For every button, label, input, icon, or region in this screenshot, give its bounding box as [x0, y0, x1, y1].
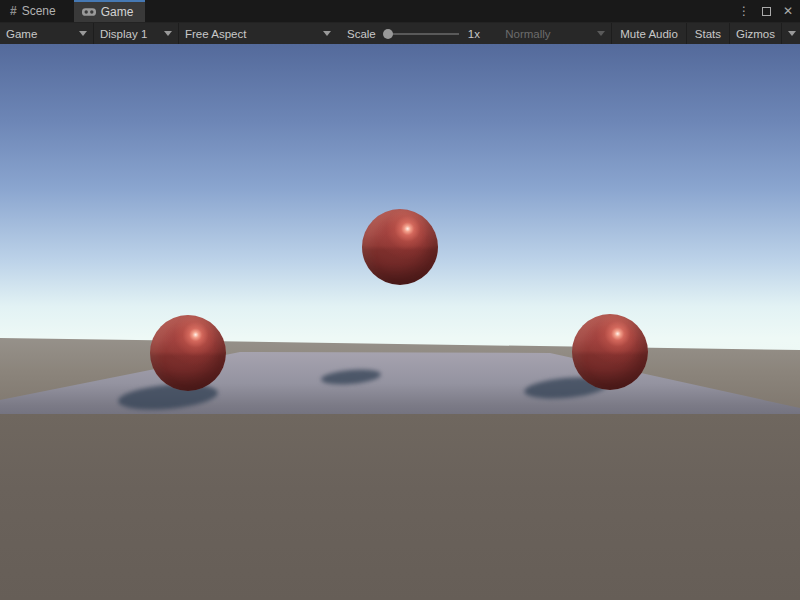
red-sphere-right	[572, 314, 648, 390]
scale-value: 1x	[468, 28, 480, 40]
play-focus-label: Normally	[505, 28, 550, 40]
game-view-dropdown[interactable]: Game	[0, 23, 93, 44]
gizmos-dropdown[interactable]: Gizmos	[730, 23, 800, 44]
maximize-square	[762, 7, 771, 16]
display-dropdown[interactable]: Display 1	[94, 23, 178, 44]
play-focus-dropdown[interactable]: Normally	[499, 23, 611, 44]
gizmos-label: Gizmos	[736, 28, 775, 40]
scale-control: Scale 1x	[337, 23, 486, 44]
mute-audio-button[interactable]: Mute Audio	[612, 23, 686, 44]
aspect-ratio-dropdown[interactable]: Free Aspect	[179, 23, 337, 44]
tab-game-label: Game	[101, 5, 134, 19]
scale-slider[interactable]	[383, 28, 461, 40]
chevron-down-icon	[79, 31, 87, 36]
gizmos-separator	[781, 23, 782, 44]
stats-button[interactable]: Stats	[687, 23, 729, 44]
game-view-toolbar: Game Display 1 Free Aspect Scale 1x Norm…	[0, 22, 800, 44]
display-dropdown-label: Display 1	[100, 28, 147, 40]
tab-scene-label: Scene	[22, 4, 56, 18]
scale-slider-track	[387, 33, 459, 35]
scale-slider-thumb[interactable]	[383, 29, 393, 39]
sky-gradient	[0, 44, 800, 364]
chevron-down-icon[interactable]	[788, 31, 796, 36]
chevron-down-icon	[164, 31, 172, 36]
view-tab-bar: # Scene Game ⋮ ✕	[0, 0, 800, 22]
chevron-down-icon	[597, 31, 605, 36]
aspect-ratio-label: Free Aspect	[185, 28, 246, 40]
more-menu-icon[interactable]: ⋮	[736, 3, 752, 19]
scale-label: Scale	[347, 28, 376, 40]
red-sphere-left	[150, 315, 226, 391]
chevron-down-icon	[323, 31, 331, 36]
foreground-ground	[0, 414, 800, 600]
maximize-icon[interactable]	[758, 3, 774, 19]
game-viewport[interactable]	[0, 44, 800, 600]
game-view-dropdown-label: Game	[6, 28, 37, 40]
tab-scene[interactable]: # Scene	[0, 0, 68, 22]
gamepad-icon	[82, 7, 96, 17]
red-sphere-center	[362, 209, 438, 285]
window-controls: ⋮ ✕	[736, 0, 796, 22]
toolbar-spacer	[486, 23, 499, 44]
tab-game[interactable]: Game	[74, 0, 146, 22]
close-icon[interactable]: ✕	[780, 3, 796, 19]
unity-editor-window: # Scene Game ⋮ ✕ Game Display	[0, 0, 800, 600]
grid-icon: #	[10, 4, 17, 18]
